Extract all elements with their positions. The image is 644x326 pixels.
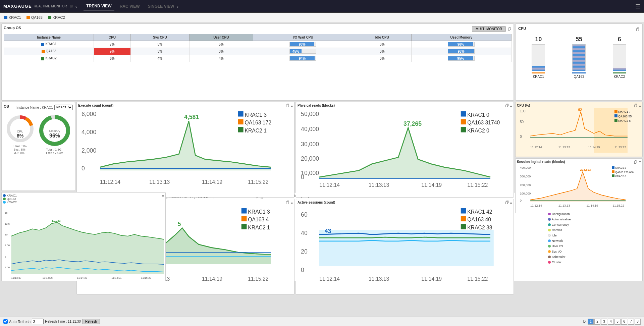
page-4[interactable]: 4	[608, 319, 614, 325]
cpu-bar-visual-krac2	[613, 44, 626, 71]
svg-text:20,000: 20,000	[301, 155, 319, 162]
copy-icon-3[interactable]: 🗍	[286, 201, 289, 205]
legend-bar: KRAC1 QA163 KRAC2	[0, 13, 644, 22]
cpu-val-krac1: 10	[535, 36, 542, 43]
col-cpu: CPU	[94, 34, 130, 41]
cpu-bar-visual-krac1	[532, 44, 545, 71]
legend-scheduler: Scheduler	[548, 254, 571, 260]
svg-rect-33	[461, 111, 466, 117]
session-logical-title: Session logical reads (blocks)	[517, 160, 641, 164]
svg-rect-66	[461, 208, 466, 214]
svg-text:11:15:22: 11:15:22	[467, 276, 488, 282]
svg-rect-15	[238, 111, 244, 117]
svg-text:11:12:14: 11:12:14	[530, 204, 542, 207]
svg-text:11:15:22: 11:15:22	[614, 146, 626, 149]
execute-count-title: Execute count (count)	[78, 104, 293, 107]
refresh-interval-input[interactable]	[32, 319, 44, 324]
legend-concurrency-label: Concurrency	[552, 222, 569, 227]
auto-refresh-label: Auto Refresh	[9, 320, 31, 324]
menu-icon-6[interactable]: ≡	[639, 160, 641, 164]
svg-text:QA163 279,666: QA163 279,666	[615, 170, 634, 173]
copy-icon-2[interactable]: 🗍	[505, 104, 509, 108]
svg-text:11:12:14: 11:12:14	[100, 179, 120, 185]
svg-text:0: 0	[82, 165, 85, 172]
usedmem-qa163: 98%	[411, 48, 511, 55]
svg-text:QA163 40: QA163 40	[467, 217, 491, 222]
brand-logo: MAXGAUGE	[3, 4, 32, 9]
multi-monitor-btn[interactable]: MULTI MONITOR	[472, 26, 506, 32]
copy-icon[interactable]: 🗍	[286, 104, 289, 108]
cpu-bars: 10 KRAC1 55 QA163	[518, 36, 640, 78]
group-os-copy-icon[interactable]: 🗍	[508, 27, 512, 31]
menu-icon-3[interactable]: ≡	[291, 201, 293, 205]
copy-icon-6[interactable]: 🗍	[634, 160, 638, 164]
hamburger-menu[interactable]: ☰	[635, 3, 641, 10]
svg-rect-37	[461, 127, 466, 132]
page-7[interactable]: 7	[628, 319, 634, 325]
svg-text:KRAC1   7: KRAC1 7	[618, 110, 631, 113]
page-6[interactable]: 6	[621, 319, 627, 325]
page-1[interactable]: 1	[588, 319, 594, 325]
nav-prev[interactable]: ‹	[75, 4, 77, 9]
mid-row: OS Instance Name : KRAC1 KRAC1	[1, 102, 643, 191]
svg-text:11:14:19: 11:14:19	[421, 182, 442, 188]
svg-rect-50	[241, 208, 247, 214]
nav-single-view[interactable]: SINGLE VIEW	[145, 3, 177, 10]
svg-text:KRAC1    0: KRAC1 0	[467, 112, 489, 118]
footer: Auto Refresh Refresh Time : 11:11:30 Ref…	[0, 317, 644, 326]
page-3[interactable]: 3	[601, 319, 607, 325]
cpu-stat-io: I/O : 0%	[13, 151, 27, 155]
svg-text:11:13:13: 11:13:13	[369, 182, 389, 188]
nav-trend-view[interactable]: TREND VIEW	[84, 2, 114, 10]
legend-qa163: QA163	[26, 15, 43, 19]
svg-text:400,000: 400,000	[520, 166, 531, 169]
auto-refresh-checkbox[interactable]	[3, 319, 8, 324]
svg-text:11:13:13: 11:13:13	[558, 146, 570, 149]
execute-count-icons: 🗍 ≡	[286, 104, 293, 108]
cpu-underline-krac2	[613, 72, 626, 73]
instance-krac1: KRAC1	[4, 41, 94, 48]
nav-rac-view[interactable]: RAC VIEW	[117, 3, 143, 10]
page-5[interactable]: 5	[614, 319, 621, 325]
usedmem-krac1: 96%	[411, 41, 511, 48]
svg-text:11:12:14: 11:12:14	[319, 276, 340, 282]
menu-icon-4[interactable]: ≡	[510, 201, 512, 205]
svg-text:11:15:22: 11:15:22	[467, 182, 488, 188]
svg-text:11:12:14: 11:12:14	[530, 146, 542, 149]
menu-icon[interactable]: ≡	[291, 104, 293, 108]
nav-next[interactable]: ›	[177, 4, 178, 9]
table-row: KRAC2 6% 4% 4% 94% 0% 95%	[4, 55, 512, 62]
copy-icon-5[interactable]: 🗍	[634, 104, 638, 108]
svg-rect-35	[461, 119, 466, 124]
legend-user-io: User I/O	[548, 243, 571, 249]
bottom-left-menu[interactable]: ≡	[162, 194, 164, 198]
legend-commit-label: Commit	[552, 227, 562, 233]
monitor-icon[interactable]: ⊞	[70, 4, 73, 8]
svg-text:4,000: 4,000	[82, 129, 96, 135]
idle-krac1: 0%	[353, 41, 412, 48]
cpu-donut-center: CPU 8%	[17, 130, 23, 139]
header: MAXGAUGE REALTIME MONITOR ⊞ ‹ TREND VIEW…	[0, 0, 644, 13]
cpu-qa163: 9%	[94, 48, 130, 55]
svg-text:11:13:13: 11:13:13	[558, 204, 570, 207]
svg-text:100: 100	[520, 109, 526, 113]
cpu-val-krac2: 6	[618, 36, 621, 43]
svg-rect-60	[319, 230, 494, 266]
svg-text:QA163 55: QA163 55	[618, 115, 632, 118]
svg-text:12.5: 12.5	[5, 222, 10, 225]
d-label: D	[583, 320, 586, 323]
menu-icon-2[interactable]: ≡	[510, 104, 512, 108]
cpu-copy-icon[interactable]: 🗍	[636, 28, 640, 32]
instance-selector[interactable]: KRAC1	[54, 105, 73, 110]
page-8[interactable]: 8	[635, 319, 641, 325]
menu-icon-5[interactable]: ≡	[639, 104, 641, 108]
svg-rect-19	[238, 127, 244, 132]
svg-rect-68	[461, 216, 466, 221]
copy-icon-4[interactable]: 🗍	[505, 201, 509, 205]
usedmem-krac2: 95%	[411, 55, 511, 62]
legend-krac2: KRAC2	[48, 15, 65, 19]
svg-rect-98	[612, 166, 614, 169]
refresh-button[interactable]: Refresh	[82, 319, 100, 324]
cpu-bar-qa163: 55 QA163	[572, 36, 586, 78]
page-2[interactable]: 2	[594, 319, 600, 325]
